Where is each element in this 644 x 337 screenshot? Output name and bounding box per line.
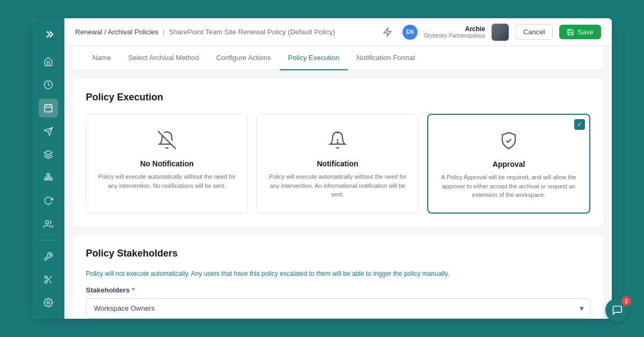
save-label: Save: [577, 28, 594, 36]
sidebar-divider: [40, 240, 57, 240]
stakeholders-label: Stakeholders *: [86, 286, 590, 294]
no-notification-icon: [154, 127, 180, 153]
svg-marker-24: [384, 28, 391, 36]
svg-point-17: [46, 221, 49, 224]
svg-point-28: [337, 142, 338, 143]
svg-rect-10: [47, 179, 50, 180]
cancel-button[interactable]: Cancel: [515, 24, 553, 40]
chat-badge: 2: [621, 296, 631, 306]
sidebar-item-users[interactable]: [39, 215, 58, 233]
tab-name[interactable]: Name: [84, 46, 120, 70]
svg-line-22: [47, 278, 48, 280]
chat-button[interactable]: 2: [605, 298, 629, 322]
policy-execution-section: Policy Execution: [73, 79, 603, 226]
selected-check: ✓: [574, 119, 585, 130]
sidebar-logo: [39, 25, 58, 43]
user-org: Orchestry Partneropolous: [424, 33, 485, 39]
no-notification-title: No Notification: [140, 159, 194, 168]
sidebar-item-settings[interactable]: [39, 294, 58, 312]
language-badge[interactable]: EN: [402, 25, 418, 40]
svg-line-25: [158, 131, 176, 149]
svg-point-19: [45, 281, 47, 283]
notification-title: Notification: [317, 159, 358, 168]
svg-marker-7: [45, 150, 53, 155]
sidebar-item-refresh[interactable]: [39, 192, 58, 210]
stakeholders-select[interactable]: Workspace Owners Workspace Members Admin…: [86, 298, 590, 318]
approval-title: Approval: [493, 160, 525, 169]
tab-configure-actions[interactable]: Configure Actions: [208, 46, 280, 70]
svg-point-23: [47, 302, 50, 304]
chat-icon: [612, 305, 623, 316]
topbar-right: EN Archie Orchestry Partneropolous Cance…: [379, 24, 601, 41]
tab-bar: Name Select Archival Method Configure Ac…: [73, 46, 603, 70]
breadcrumb: Renewal / Archival Policies | SharePoint…: [75, 28, 335, 36]
svg-point-18: [45, 276, 47, 279]
save-button[interactable]: Save: [559, 25, 601, 39]
execution-options: No Notification Policy will execute auto…: [86, 114, 590, 214]
stakeholders-info: Policy will not execute automatically. A…: [86, 270, 590, 277]
approval-desc: A Policy Approval will be required, and …: [437, 173, 581, 200]
tab-policy-execution[interactable]: Policy Execution: [280, 46, 348, 70]
tab-notification-format[interactable]: Notification Format: [348, 46, 423, 70]
sidebar-item-home[interactable]: [39, 52, 58, 71]
sidebar-item-analytics[interactable]: [39, 76, 58, 94]
option-no-notification[interactable]: No Notification Policy will execute auto…: [86, 114, 248, 214]
main-content: Renewal / Archival Policies | SharePoint…: [64, 18, 612, 319]
no-notification-desc: Policy will execute automatically withou…: [95, 172, 239, 190]
svg-rect-1: [45, 105, 52, 112]
sidebar-item-tools[interactable]: [39, 247, 58, 266]
topbar-left: Renewal / Archival Policies | SharePoint…: [75, 28, 335, 36]
breadcrumb-current: SharePoint Team Site Renewal Policy (Def…: [169, 28, 335, 36]
tab-select-archival[interactable]: Select Archival Method: [120, 46, 208, 70]
svg-line-21: [49, 281, 52, 283]
approval-icon: [496, 128, 522, 153]
user-avatar: [492, 24, 509, 41]
option-approval[interactable]: ✓ Approval A Policy Approval will be req…: [427, 114, 590, 214]
breadcrumb-separator: |: [163, 28, 164, 36]
sidebar-item-send[interactable]: [39, 122, 58, 141]
sidebar-item-layers[interactable]: [39, 145, 58, 164]
option-notification[interactable]: Notification Policy will execute automat…: [257, 114, 419, 214]
policy-stakeholders-section: Policy Stakeholders Policy will not exec…: [73, 235, 603, 319]
svg-rect-11: [50, 179, 53, 180]
topbar: Renewal / Archival Policies | SharePoint…: [64, 18, 612, 46]
stakeholders-select-wrapper: Workspace Owners Workspace Members Admin…: [86, 298, 590, 318]
sidebar: [32, 18, 64, 319]
policy-execution-title: Policy Execution: [86, 92, 590, 103]
content-area: Name Select Archival Method Configure Ac…: [64, 46, 612, 319]
notification-desc: Policy will execute automatically withou…: [266, 172, 409, 199]
svg-rect-8: [47, 174, 50, 175]
breadcrumb-root: Renewal / Archival Policies: [75, 28, 158, 36]
sidebar-item-scissors[interactable]: [39, 270, 58, 289]
user-name: Archie: [465, 25, 485, 33]
policy-stakeholders-title: Policy Stakeholders: [86, 248, 590, 259]
sidebar-item-hierarchy[interactable]: [39, 169, 58, 187]
svg-rect-9: [45, 179, 47, 180]
notification-icon: [325, 127, 350, 153]
user-info: Archie Orchestry Partneropolous: [424, 25, 485, 39]
required-star: *: [132, 286, 135, 294]
save-icon: [567, 28, 574, 36]
app-window: Renewal / Archival Policies | SharePoint…: [32, 18, 612, 319]
sidebar-item-calendar[interactable]: [39, 99, 58, 118]
lightning-icon: [379, 24, 396, 41]
